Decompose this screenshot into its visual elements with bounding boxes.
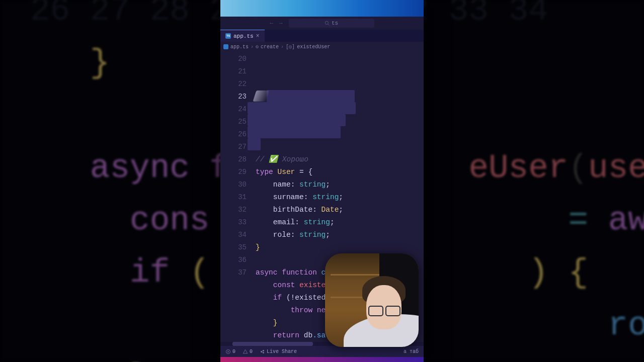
text-selection: [248, 126, 341, 138]
status-warnings[interactable]: 0: [243, 349, 253, 354]
text-selection: [248, 102, 356, 114]
nav-back-icon[interactable]: ←: [270, 20, 273, 26]
status-bar: 0 0 Live Share а таб: [220, 346, 424, 357]
svg-point-0: [325, 21, 328, 24]
breadcrumb[interactable]: app.ts › ⊙ create › [◎] existedUser: [220, 42, 424, 52]
crumb-symbol-1[interactable]: create: [261, 44, 279, 50]
search-text: ts: [332, 20, 338, 26]
warning-icon: [243, 349, 248, 354]
chevron-right-icon: ›: [281, 44, 284, 50]
footer-gradient: [220, 357, 424, 362]
tab-app-ts[interactable]: app.ts ×: [220, 30, 265, 42]
text-selection: [267, 90, 355, 102]
webcam-overlay: [325, 253, 419, 347]
liveshare-icon: [260, 349, 265, 354]
status-errors[interactable]: 0: [225, 349, 235, 354]
crumb-symbol-2[interactable]: existedUser: [297, 44, 330, 50]
typescript-file-icon: [223, 44, 228, 49]
search-box[interactable]: ts: [289, 19, 374, 28]
window-titlebar[interactable]: [220, 0, 424, 17]
nav-forward-icon[interactable]: →: [279, 20, 283, 26]
status-right-text[interactable]: а таб: [404, 349, 419, 354]
typescript-file-icon: [225, 33, 231, 39]
tab-label: app.ts: [233, 33, 254, 39]
text-selection: [248, 114, 346, 126]
tab-bar: app.ts ×: [220, 30, 424, 42]
editor-window: ← → ts app.ts × app.ts › ⊙ create › [◎] …: [220, 0, 424, 362]
svg-line-1: [328, 24, 330, 26]
cursor-motion-blur: [253, 90, 269, 102]
close-icon[interactable]: ×: [256, 33, 260, 40]
chevron-right-icon: ›: [251, 44, 254, 50]
status-liveshare[interactable]: Live Share: [260, 349, 297, 354]
search-icon: [325, 21, 330, 26]
error-icon: [225, 349, 231, 354]
command-bar: ← → ts: [220, 17, 424, 30]
line-number-gutter: 202122232425262728293031323334353637: [220, 52, 252, 342]
scrollbar-thumb[interactable]: [232, 342, 313, 346]
crumb-file[interactable]: app.ts: [230, 44, 249, 50]
